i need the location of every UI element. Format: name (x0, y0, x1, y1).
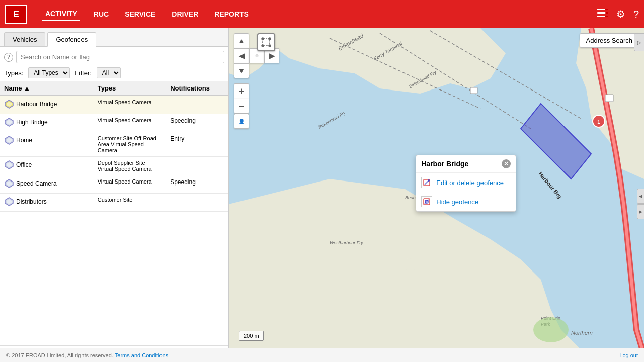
row-types: Depot Supplier Site Virtual Speed Camera (94, 157, 166, 175)
svg-point-48 (262, 45, 264, 47)
help-icon[interactable]: ? (633, 9, 639, 20)
svg-text:Westharbour Fry: Westharbour Fry (330, 240, 363, 245)
nav-ruc[interactable]: RUC (91, 8, 112, 20)
svg-point-40 (533, 317, 569, 342)
right-edge-btn[interactable]: ▷ (634, 33, 644, 51)
table-row[interactable]: Distributors Customer Site (0, 194, 228, 212)
street-view-btn[interactable]: 👤 (234, 114, 249, 129)
row-notifications: Speeding (166, 114, 228, 132)
col-types[interactable]: Types (94, 81, 166, 96)
nav-reports[interactable]: REPORTS (211, 8, 252, 20)
types-select[interactable]: All Types (28, 67, 70, 78)
col-notifications[interactable]: Notifications (166, 81, 228, 96)
nav-activity[interactable]: ACTIVITY (42, 8, 80, 21)
table-row[interactable]: High Bridge Virtual Speed CameraSpeeding (0, 114, 228, 132)
popup-close-btn[interactable]: ✕ (502, 159, 511, 168)
zoom-out-btn[interactable]: − (234, 99, 249, 114)
main-layout: Vehicles Geofences ? Types: All Types Fi… (0, 28, 644, 362)
row-name: Harbour Bridge (0, 96, 94, 114)
row-notifications (166, 157, 228, 175)
map-area[interactable]: 1 Birkenhead Ferry Terminal Birkenhead F… (229, 28, 644, 362)
search-input[interactable] (16, 51, 224, 63)
zoom-in-btn[interactable]: + (234, 83, 249, 99)
row-types: Virtual Speed Camera (94, 114, 166, 132)
map-collapse-handle[interactable]: ◀ ▶ (637, 189, 644, 219)
logout-link[interactable]: Log out (619, 352, 638, 358)
svg-marker-19 (269, 28, 506, 94)
tab-vehicles[interactable]: Vehicles (4, 32, 45, 46)
svg-line-24 (380, 33, 531, 129)
tab-bar: Vehicles Geofences (0, 28, 228, 47)
nav-service[interactable]: SERVICE (122, 8, 158, 20)
edit-icon (421, 177, 432, 188)
svg-rect-42 (470, 87, 477, 94)
table-row[interactable]: Harbour Bridge Virtual Speed Camera (0, 96, 228, 114)
geofence-draw-btn[interactable] (257, 33, 275, 51)
popup-title: Harbor Bridge (421, 160, 468, 168)
table-header-row: Name ▲ Types Notifications (0, 81, 228, 96)
svg-text:Birkenhead Fry: Birkenhead Fry (317, 110, 347, 129)
svg-point-51 (428, 179, 430, 182)
svg-point-26 (593, 115, 605, 127)
svg-text:Park: Park (541, 322, 550, 327)
row-name: Office (0, 157, 94, 175)
svg-text:Northern: Northern (571, 330, 593, 336)
street-view-controls: 👤 (234, 114, 249, 129)
nav-driver[interactable]: DRIVER (169, 8, 201, 20)
search-row: ? (0, 47, 228, 65)
row-types: Customer Site (94, 194, 166, 212)
geofence-table-wrapper: Name ▲ Types Notifications Harbour Bridg… (0, 81, 228, 345)
edit-label: Edit or delete geofence (436, 179, 504, 187)
svg-rect-44 (263, 39, 270, 46)
table-row[interactable]: Speed Camera Virtual Speed CameraSpeedin… (0, 175, 228, 194)
row-types: Customer Site Off-Road Area Virtual Spee… (94, 132, 166, 157)
svg-rect-4 (605, 12, 608, 14)
row-name: High Bridge (0, 114, 94, 132)
pan-left-btn[interactable]: ◀ (234, 48, 249, 63)
terms-link[interactable]: Terms and Conditions (115, 352, 168, 358)
popup-header: Harbor Bridge ✕ (416, 155, 516, 173)
copyright-text: © 2017 EROAD Limited, All rights reserve… (6, 352, 113, 358)
svg-text:Birkenhead: Birkenhead (337, 32, 365, 52)
filter-select[interactable]: All (97, 67, 121, 78)
scale-bar: 200 m (239, 331, 264, 341)
pan-up-btn[interactable]: ▲ (234, 33, 249, 48)
left-panel: Vehicles Geofences ? Types: All Types Fi… (0, 28, 229, 362)
svg-rect-3 (605, 9, 608, 10)
col-name[interactable]: Name ▲ (0, 81, 94, 96)
tab-geofences[interactable]: Geofences (47, 32, 96, 47)
harbor-bridge-popup: Harbor Bridge ✕ Edit or delete geofence (416, 155, 516, 212)
nav-right-controls: ⚙ ? (597, 8, 639, 20)
row-notifications (166, 96, 228, 114)
row-notifications: Speeding (166, 175, 228, 194)
topnav: E ACTIVITY RUC SERVICE DRIVER REPORTS ⚙ … (0, 0, 644, 28)
svg-line-25 (430, 31, 581, 119)
layers-icon[interactable] (597, 9, 608, 20)
geofence-table: Name ▲ Types Notifications Harbour Bridg… (0, 81, 228, 212)
row-types: Virtual Speed Camera (94, 175, 166, 194)
row-name: Home (0, 132, 94, 157)
row-types: Virtual Speed Camera (94, 96, 166, 114)
svg-marker-28 (521, 104, 591, 179)
svg-text:Harbour Brg: Harbour Brg (537, 171, 563, 200)
logo: E (5, 5, 27, 24)
svg-point-45 (262, 38, 264, 40)
table-row[interactable]: Home Customer Site Off-Road Area Virtual… (0, 132, 228, 157)
svg-text:Point Erin: Point Erin (541, 316, 560, 321)
address-search-btn[interactable]: Address Search (580, 33, 639, 48)
filter-label: Filter: (75, 69, 92, 77)
row-name: Distributors (0, 194, 94, 212)
table-row[interactable]: Office Depot Supplier Site Virtual Speed… (0, 157, 228, 175)
svg-text:Ferry Terminal: Ferry Terminal (373, 41, 404, 62)
settings-icon[interactable]: ⚙ (616, 8, 625, 20)
row-name: Speed Camera (0, 175, 94, 194)
footer: © 2017 EROAD Limited, All rights reserve… (0, 348, 644, 362)
svg-point-46 (269, 38, 271, 40)
zoom-controls: + − (234, 83, 249, 114)
svg-rect-41 (605, 95, 613, 102)
svg-line-23 (330, 38, 480, 109)
popup-edit-btn[interactable]: Edit or delete geofence (416, 173, 516, 192)
hide-icon (421, 196, 432, 207)
popup-hide-btn[interactable]: Hide geofence (416, 192, 516, 211)
pan-down-btn[interactable]: ▼ (234, 63, 249, 78)
